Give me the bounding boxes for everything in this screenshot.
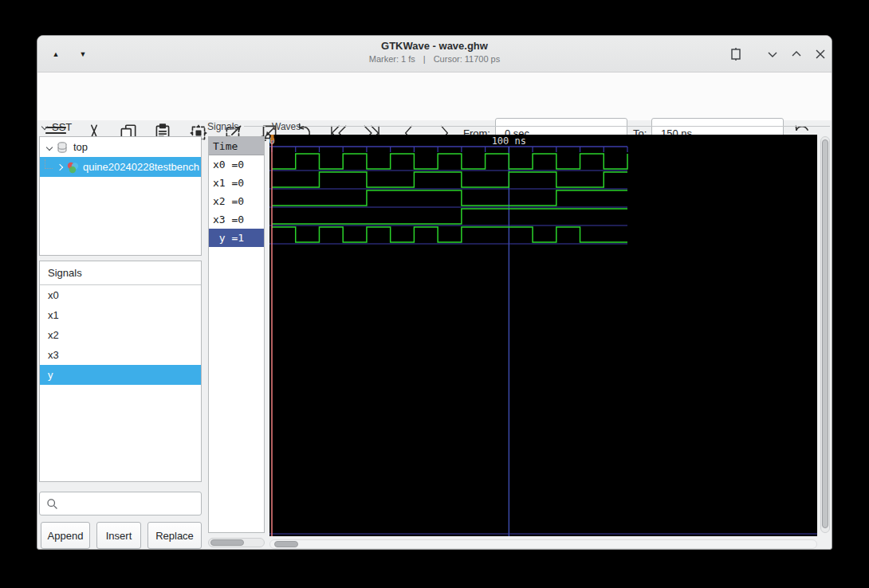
wave-signal-row-x0[interactable]: x0 =0 [209,155,264,174]
signals-list-header: Signals [40,261,201,285]
wave-trace-x3 [272,209,627,224]
tree-item-testbench[interactable]: quine20240228testbench [40,157,201,177]
signals-list-rows: x0x1x2x3y [40,285,201,385]
search-input[interactable] [62,493,198,514]
insert-button[interactable]: Insert [96,522,141,549]
tree-item-label: quine20240228testbench [83,161,199,173]
gtkwave-window: ▲ ▼ GTKWave - wave.ghw Marker: 1 fs|Curs… [37,35,832,550]
scrollbar-thumb[interactable] [822,139,828,528]
database-icon [56,141,69,154]
tree-item-top[interactable]: top [40,137,201,157]
window-title: GTKWave - wave.ghw [37,40,832,52]
wave-signal-row-x1[interactable]: x1 =0 [209,174,264,192]
signal-list-item-x0[interactable]: x0 [40,285,201,305]
toolbar: From: To: [37,73,832,120]
sst-expander[interactable]: SST [42,121,72,133]
chevron-right-icon [57,163,63,170]
wave-signal-row-x3[interactable]: x3 =0 [209,210,264,229]
signal-list-item-y[interactable]: y [40,365,201,385]
waves-vscrollbar[interactable] [820,136,830,533]
marker-handle[interactable] [271,135,274,140]
sst-tree: top quine20240228testbench [39,136,202,256]
chevron-down-icon [46,143,53,150]
chevron-down-icon [41,123,48,130]
scrollbar-thumb[interactable] [210,539,244,546]
wave-signal-row-y[interactable]: y =1 [209,229,264,247]
desktop-background: ▲ ▼ GTKWave - wave.ghw Marker: 1 fs|Curs… [0,0,869,588]
tree-connector [45,159,53,169]
signals-list-panel: Signals x0x1x2x3y [39,261,202,482]
signal-names-panel: Time x0 =0x1 =0x2 =0x3 =0 y =1 [208,136,265,533]
wave-canvas[interactable]: 0100 ns [269,135,817,536]
maximize-icon[interactable] [788,47,804,61]
signals-frame-label: Signals [207,121,238,132]
scrollbar-thumb[interactable] [274,541,298,547]
minimize-icon[interactable] [765,47,781,61]
signal-list-item-x3[interactable]: x3 [40,345,201,365]
titlebar[interactable]: ▲ ▼ GTKWave - wave.ghw Marker: 1 fs|Curs… [37,36,832,73]
replace-button[interactable]: Replace [147,522,202,549]
module-icon [66,161,79,174]
waves-frame-label: Waves [272,121,301,132]
status-separator: | [423,54,426,64]
pane-splitter[interactable] [203,120,206,550]
cursor-status: Cursor: 11700 ps [434,54,501,64]
signal-list-item-x2[interactable]: x2 [40,325,201,345]
marker-status: Marker: 1 fs [369,54,415,64]
names-hscrollbar[interactable] [208,538,265,547]
wave-trace-x2 [272,190,627,206]
signal-list-item-x1[interactable]: x1 [40,305,201,325]
frame-border [244,126,265,127]
signal-name-rows: x0 =0x1 =0x2 =0x3 =0 y =1 [209,155,264,247]
close-icon[interactable] [812,47,828,61]
waves-hscrollbar[interactable] [269,539,817,549]
time-header[interactable]: Time [209,137,264,155]
wave-trace-x0 [272,154,627,169]
signal-search [39,492,202,515]
frame-border [304,126,830,127]
timescale-label: 100 ns [492,135,526,147]
wave-trace-x1 [272,172,627,187]
append-button[interactable]: Append [41,522,90,549]
keep-above-icon[interactable] [728,47,744,61]
wave-signal-row-x2[interactable]: x2 =0 [209,192,264,210]
window-status: Marker: 1 fs|Cursor: 11700 ps [37,54,832,64]
wave-trace-y [272,227,627,242]
sst-label: SST [52,121,72,133]
search-icon [45,497,59,511]
tree-item-label: top [73,141,88,153]
